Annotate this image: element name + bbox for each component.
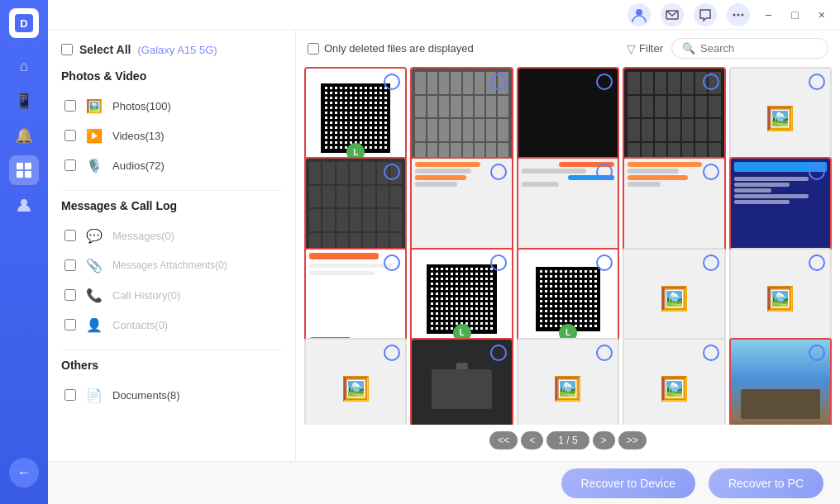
minimize-button[interactable]: − xyxy=(760,7,776,23)
thumbnail-20[interactable] xyxy=(729,338,832,425)
first-page-button[interactable]: << xyxy=(489,431,518,449)
thumbnail-14[interactable]: 🖼️ xyxy=(623,248,725,350)
attachments-checkbox[interactable] xyxy=(64,259,76,271)
photos-label: Photos(100) xyxy=(112,100,171,112)
select-circle-14[interactable] xyxy=(703,254,719,271)
thumbnail-12[interactable]: L xyxy=(410,248,513,350)
app-logo: D xyxy=(9,8,39,38)
thumbnail-5[interactable]: 🖼️ xyxy=(729,67,832,169)
documents-icon: 📄 xyxy=(84,385,104,405)
messages-checkbox[interactable] xyxy=(64,230,76,241)
prev-page-button[interactable]: < xyxy=(521,431,543,449)
content-area: Select All (Galaxy A15 5G) Photos & Vide… xyxy=(48,30,840,461)
select-circle-5[interactable] xyxy=(809,74,825,90)
next-page-button[interactable]: > xyxy=(593,431,615,449)
chat-icon[interactable] xyxy=(694,3,717,26)
menu-icon[interactable] xyxy=(727,3,750,26)
select-circle-2[interactable] xyxy=(490,74,507,90)
user-avatar[interactable] xyxy=(628,3,651,26)
thumbnail-11[interactable] xyxy=(304,248,407,350)
page-info: 1 / 5 xyxy=(546,431,589,449)
sidebar-item-home[interactable]: ⌂ xyxy=(9,51,39,81)
documents-checkbox[interactable] xyxy=(64,389,76,401)
svg-text:D: D xyxy=(20,17,27,30)
category-contacts[interactable]: 👤 Contacts(0) xyxy=(61,310,282,340)
close-button[interactable]: × xyxy=(814,7,830,23)
select-circle-18[interactable] xyxy=(596,345,613,361)
svg-rect-2 xyxy=(17,163,23,169)
select-circle-11[interactable] xyxy=(384,254,400,271)
select-all-checkbox[interactable] xyxy=(61,44,73,55)
thumbnail-15[interactable]: 🖼️ xyxy=(729,248,832,350)
videos-checkbox[interactable] xyxy=(64,130,76,141)
sidebar-item-files[interactable] xyxy=(9,155,39,185)
category-audios[interactable]: 🎙️ Audios(72) xyxy=(61,150,282,180)
videos-label: Videos(13) xyxy=(112,130,165,142)
search-box[interactable]: 🔍 xyxy=(671,38,828,59)
select-circle-13[interactable] xyxy=(596,254,613,271)
filter-button[interactable]: ▽ Filter xyxy=(627,42,663,55)
category-videos[interactable]: ▶️ Videos(13) xyxy=(61,121,282,150)
category-call-history[interactable]: 📞 Call History(0) xyxy=(61,280,282,310)
thumbnail-3[interactable] xyxy=(517,67,619,169)
back-button[interactable]: ← xyxy=(9,458,39,487)
thumbnail-7[interactable] xyxy=(410,157,513,259)
sidebar-item-phone[interactable]: 📱 xyxy=(9,86,39,116)
thumbnail-10[interactable] xyxy=(729,157,832,259)
select-circle-20[interactable] xyxy=(809,345,825,361)
maximize-button[interactable]: □ xyxy=(786,7,803,23)
left-panel: Select All (Galaxy A15 5G) Photos & Vide… xyxy=(48,30,296,461)
select-circle-7[interactable] xyxy=(490,164,507,180)
deleted-filter-checkbox[interactable] xyxy=(308,43,319,55)
thumbnail-4[interactable] xyxy=(623,67,725,169)
category-messages[interactable]: 💬 Messages(0) xyxy=(61,221,282,250)
messages-label: Messages(0) xyxy=(112,230,174,242)
call-history-checkbox[interactable] xyxy=(64,289,76,301)
titlebar: − □ × xyxy=(48,0,840,30)
select-circle-9[interactable] xyxy=(703,164,719,180)
svg-point-9 xyxy=(733,13,736,16)
thumbnail-8[interactable] xyxy=(517,157,619,259)
svg-point-10 xyxy=(737,13,740,16)
sidebar: D ⌂ 📱 🔔 ← xyxy=(0,0,48,504)
thumbnail-13[interactable]: L xyxy=(517,248,619,350)
thumbnail-17[interactable] xyxy=(410,338,513,425)
thumbnail-9[interactable] xyxy=(623,157,725,259)
select-all-row: Select All (Galaxy A15 5G) xyxy=(61,43,282,56)
category-photos[interactable]: 🖼️ Photos(100) xyxy=(61,91,282,121)
category-documents[interactable]: 📄 Documents(8) xyxy=(61,380,282,410)
last-page-button[interactable]: >> xyxy=(618,431,647,449)
contacts-checkbox[interactable] xyxy=(64,319,76,330)
recover-to-pc-button[interactable]: Recover to PC xyxy=(709,468,823,498)
audios-checkbox[interactable] xyxy=(64,159,76,171)
select-circle-4[interactable] xyxy=(703,74,719,90)
category-attachments[interactable]: 📎 Messages Attachments(0) xyxy=(61,250,282,280)
deleted-filter-label: Only deleted files are displayed xyxy=(324,42,474,55)
thumbnail-2[interactable] xyxy=(410,67,513,169)
svg-rect-4 xyxy=(17,171,23,178)
svg-point-6 xyxy=(21,199,27,206)
thumbnail-6[interactable] xyxy=(304,157,407,259)
right-panel: Only deleted files are displayed ▽ Filte… xyxy=(296,30,840,461)
select-circle-15[interactable] xyxy=(809,254,825,271)
attachments-label: Messages Attachments(0) xyxy=(112,259,227,271)
mail-icon[interactable] xyxy=(661,3,684,26)
sidebar-item-bell[interactable]: 🔔 xyxy=(9,121,39,150)
thumbnail-19[interactable]: 🖼️ xyxy=(623,338,725,425)
select-circle-12[interactable] xyxy=(490,254,507,271)
main-panel: − □ × Select All (Galaxy A15 5G) Photos … xyxy=(48,0,840,504)
thumbnail-1[interactable]: L xyxy=(304,67,407,169)
image-grid: L xyxy=(304,67,832,425)
recover-to-device-button[interactable]: Recover to Device xyxy=(561,468,695,498)
select-circle-19[interactable] xyxy=(703,345,719,361)
sidebar-item-user[interactable] xyxy=(9,190,39,220)
svg-point-7 xyxy=(636,9,642,16)
select-circle-17[interactable] xyxy=(490,345,507,361)
messages-icon: 💬 xyxy=(84,226,104,245)
device-name: (Galaxy A15 5G) xyxy=(138,44,217,56)
thumbnail-16[interactable]: 🖼️ xyxy=(304,338,407,425)
thumbnail-18[interactable]: 🖼️ xyxy=(517,338,619,425)
photos-checkbox[interactable] xyxy=(64,100,76,112)
search-input[interactable] xyxy=(700,42,816,55)
photos-icon: 🖼️ xyxy=(84,96,104,116)
